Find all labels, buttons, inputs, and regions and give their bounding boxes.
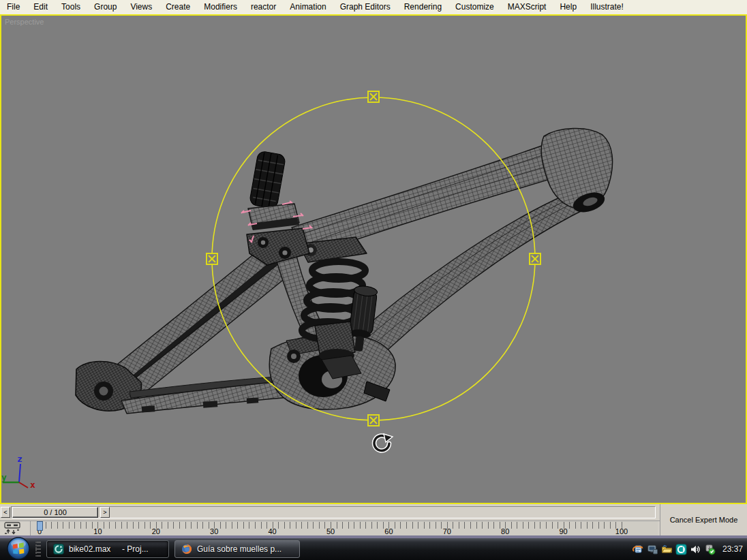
menu-maxscript[interactable]: MAXScript: [501, 0, 553, 14]
volume-icon[interactable]: [690, 544, 701, 555]
system-tray: 23:37: [632, 544, 747, 555]
task-label: Guía sobre muelles p...: [197, 544, 281, 554]
taskbar-grip: [35, 542, 41, 557]
menu-create[interactable]: Create: [159, 0, 197, 14]
media-player-icon[interactable]: [675, 544, 687, 555]
taskbar-clock[interactable]: 23:37: [722, 544, 743, 554]
menu-reactor[interactable]: reactor: [244, 0, 283, 14]
start-button[interactable]: [7, 537, 30, 560]
tick-label: 50: [326, 527, 335, 535]
mini-curve-editor-button[interactable]: [3, 522, 26, 535]
viewport-label[interactable]: Perspective: [5, 18, 44, 26]
time-slider-bar: < 0 / 100 >: [0, 504, 660, 520]
menu-animation[interactable]: Animation: [283, 0, 333, 14]
menu-illustrate[interactable]: Illustrate!: [583, 0, 630, 14]
3dsmax-expert-mode-window: File Edit Tools Group Views Create Modif…: [0, 0, 747, 560]
taskbar-task-3dsmax[interactable]: bike02.max - Proj...: [46, 540, 169, 558]
rotate-cursor-icon: [374, 434, 393, 450]
tick-label: 70: [443, 527, 451, 535]
task-label: bike02.max - Proj...: [69, 544, 149, 554]
timeline-ruler[interactable]: 0 10 20 30 40 50 60 70 80 90 100: [30, 521, 658, 535]
rotate-gizmo-handle-left[interactable]: [207, 253, 217, 264]
menu-graph-editors[interactable]: Graph Editors: [333, 0, 397, 14]
3dsmax-icon: [53, 544, 64, 555]
rotate-gizmo-handle-top[interactable]: [368, 91, 379, 102]
menu-bar: File Edit Tools Group Views Create Modif…: [0, 0, 747, 14]
next-frame-button[interactable]: >: [100, 507, 110, 518]
tick-label: 40: [268, 527, 276, 535]
previous-frame-button[interactable]: <: [1, 507, 10, 518]
tick-label: 30: [210, 527, 218, 535]
axis-x-label: x: [30, 480, 35, 490]
tick-label: 100: [615, 527, 628, 535]
rotate-gizmo-handle-right[interactable]: [530, 253, 540, 264]
tick-label: 10: [93, 527, 102, 535]
menu-tools[interactable]: Tools: [55, 0, 87, 14]
taskbar-task-firefox[interactable]: Guía sobre muelles p...: [174, 540, 300, 558]
world-axis-tripod: z y x: [1, 454, 35, 490]
viewport-scene: z y x: [1, 16, 746, 503]
track-bar: 0 10 20 30 40 50 60 70 80 90 100: [0, 520, 660, 535]
display-device-icon[interactable]: [647, 544, 658, 555]
rotate-gizmo-handle-bottom[interactable]: [368, 415, 379, 426]
tick-label: 90: [559, 527, 567, 535]
axis-y-label: y: [1, 472, 7, 482]
sync-activity-icon[interactable]: [632, 544, 644, 555]
menu-help[interactable]: Help: [553, 0, 583, 14]
firefox-icon: [181, 544, 192, 555]
tick-label: 60: [384, 527, 393, 535]
menu-edit[interactable]: Edit: [27, 0, 55, 14]
perspective-viewport[interactable]: Perspective: [0, 14, 747, 504]
menu-rendering[interactable]: Rendering: [397, 0, 448, 14]
security-update-icon[interactable]: [704, 544, 716, 555]
expert-mode-panel: Cancel Expert Mode: [660, 504, 747, 535]
menu-file[interactable]: File: [0, 0, 27, 14]
time-slider-thumb[interactable]: 0 / 100: [12, 507, 98, 518]
menu-group[interactable]: Group: [87, 0, 123, 14]
tick-label: 80: [501, 527, 509, 535]
menu-views[interactable]: Views: [123, 0, 159, 14]
current-frame-marker[interactable]: [37, 521, 43, 531]
tick-label: 20: [152, 527, 160, 535]
menu-customize[interactable]: Customize: [448, 0, 501, 14]
menu-modifiers[interactable]: Modifiers: [197, 0, 244, 14]
bike-frame-wireframe[interactable]: [76, 128, 613, 414]
shared-folder-icon[interactable]: [661, 544, 673, 555]
windows-taskbar: bike02.max - Proj... Guía sobre muelles …: [0, 538, 747, 560]
axis-z-label: z: [17, 454, 22, 464]
cancel-expert-mode-button[interactable]: Cancel Expert Mode: [670, 516, 738, 524]
